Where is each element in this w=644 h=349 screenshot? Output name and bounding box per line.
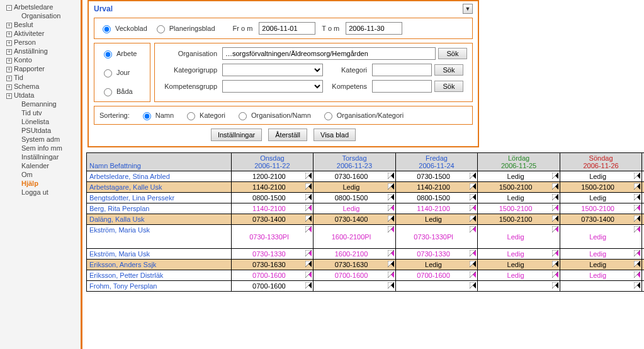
tom-input[interactable]	[346, 22, 402, 35]
sort-kategori[interactable]: Kategori	[184, 110, 225, 120]
show-button[interactable]: Visa blad	[314, 129, 356, 141]
sidebar-item-beslut[interactable]: +Beslut	[0, 20, 81, 29]
time-cell[interactable]: Ledig	[478, 260, 560, 270]
time-cell[interactable]: 1600-2100Pl	[314, 225, 396, 249]
time-cell[interactable]: 1500-2100	[478, 214, 560, 225]
settings-button[interactable]: Inställningar	[211, 129, 262, 141]
kompgrp-select[interactable]	[222, 80, 323, 93]
flag-icon[interactable]	[388, 226, 394, 232]
flag-icon[interactable]	[305, 194, 312, 200]
flag-icon[interactable]	[552, 205, 558, 211]
time-cell[interactable]: 1140-2100	[395, 203, 478, 214]
flag-icon[interactable]	[470, 183, 476, 190]
flag-icon[interactable]	[470, 282, 476, 289]
sidebar-item-tid-utv[interactable]: Tid utv	[0, 108, 81, 117]
time-cell[interactable]: 1600-2100	[314, 249, 396, 260]
radio-bada[interactable]: Båda	[101, 86, 144, 96]
time-cell[interactable]: 0730-1400	[231, 214, 314, 225]
time-cell[interactable]: 1140-2100	[395, 182, 478, 193]
time-cell[interactable]: 0700-1600	[395, 270, 478, 281]
time-cell[interactable]: 1200-2100	[231, 171, 314, 182]
flag-icon[interactable]	[634, 261, 640, 267]
name-cell[interactable]: Daläng, Kalla Usk	[87, 214, 232, 225]
flag-icon[interactable]	[305, 226, 312, 232]
name-cell[interactable]: Ekström, Maria Usk	[87, 225, 232, 249]
flag-icon[interactable]	[305, 282, 312, 289]
expander-icon[interactable]: +	[6, 93, 12, 99]
time-cell[interactable]: 0800-1500	[231, 193, 314, 203]
expander-icon[interactable]: +	[6, 23, 12, 28]
time-cell[interactable]: Ledig	[560, 260, 642, 270]
sidebar-item-inställningar[interactable]: Inställningar	[0, 152, 81, 161]
sidebar-item-rapporter[interactable]: +Rapporter	[0, 64, 81, 73]
flag-icon[interactable]	[305, 205, 312, 211]
flag-icon[interactable]	[634, 173, 640, 179]
flag-icon[interactable]	[552, 226, 558, 232]
sort-namn[interactable]: Namn	[140, 110, 174, 120]
flag-icon[interactable]	[305, 173, 312, 179]
katgrp-select[interactable]	[222, 64, 323, 76]
sidebar-item-organisation[interactable]: Organisation	[0, 11, 81, 20]
sidebar-item-sem-info-mm[interactable]: Sem info mm	[0, 144, 81, 152]
sort-orgkat[interactable]: Organisation/Kategori	[321, 110, 404, 120]
expander-icon[interactable]: +	[6, 58, 12, 64]
name-cell[interactable]: Arbetsledare, Stina Arbled	[87, 171, 232, 182]
expander-icon[interactable]: +	[6, 67, 12, 72]
flag-icon[interactable]	[634, 205, 640, 211]
flag-icon[interactable]	[552, 215, 558, 222]
flag-icon[interactable]	[552, 173, 558, 179]
time-cell[interactable]: 1500-2100	[478, 182, 560, 193]
flag-icon[interactable]	[388, 282, 394, 289]
time-cell[interactable]: Ledig	[560, 270, 642, 281]
name-cell[interactable]: Eriksson, Anders Ssjk	[87, 260, 232, 270]
sort-orgnamn[interactable]: Organisation/Namn	[235, 110, 311, 120]
time-cell[interactable]: Ledig	[478, 171, 560, 182]
time-cell[interactable]: Ledig	[314, 203, 396, 214]
name-cell[interactable]: Bengtsdotter, Lina Perssekr	[87, 193, 232, 203]
radio-planeringsblad[interactable]: Planeringsblad	[154, 23, 215, 33]
name-cell[interactable]: Frohm, Tony Persplan	[87, 281, 232, 292]
flag-icon[interactable]	[470, 261, 476, 267]
sidebar-item-tid[interactable]: +Tid	[0, 73, 81, 82]
collapse-button[interactable]: ▼	[463, 4, 473, 14]
flag-icon[interactable]	[634, 183, 640, 190]
time-cell[interactable]: 0730-1400	[314, 214, 396, 225]
flag-icon[interactable]	[552, 272, 558, 278]
expander-icon[interactable]: +	[6, 84, 12, 90]
flag-icon[interactable]	[388, 194, 394, 200]
flag-icon[interactable]	[305, 250, 312, 256]
flag-icon[interactable]	[634, 272, 640, 278]
flag-icon[interactable]	[388, 173, 394, 179]
flag-icon[interactable]	[470, 272, 476, 278]
flag-icon[interactable]	[634, 250, 640, 256]
flag-icon[interactable]	[305, 272, 312, 278]
sok-org-button[interactable]: Sök	[438, 48, 467, 59]
time-cell[interactable]: 0730-1330	[395, 249, 478, 260]
sidebar-item-psutdata[interactable]: PSUtdata	[0, 126, 81, 135]
expander-icon[interactable]: -	[6, 5, 12, 11]
flag-icon[interactable]	[634, 215, 640, 222]
time-cell[interactable]: Ledig	[478, 270, 560, 281]
name-cell[interactable]: Arbetstagare, Kalle Usk	[87, 182, 232, 193]
expander-icon[interactable]: +	[6, 40, 12, 46]
komp-input[interactable]	[372, 80, 432, 93]
radio-arbete[interactable]: Arbete	[101, 49, 144, 59]
flag-icon[interactable]	[388, 183, 394, 190]
time-cell[interactable]: 0730-1400	[560, 214, 642, 225]
flag-icon[interactable]	[634, 226, 640, 232]
time-cell[interactable]: Ledig	[560, 193, 642, 203]
org-input[interactable]	[222, 47, 436, 60]
flag-icon[interactable]	[388, 261, 394, 267]
sidebar-item-hjälp[interactable]: Hjälp	[0, 179, 81, 188]
time-cell[interactable]: Ledig	[478, 249, 560, 260]
sidebar-item-schema[interactable]: +Schema	[0, 82, 81, 91]
time-cell[interactable]: 0800-1500	[395, 193, 478, 203]
sidebar-item-anställning[interactable]: +Anställning	[0, 47, 81, 55]
kat-input[interactable]	[372, 64, 432, 76]
flag-icon[interactable]	[634, 194, 640, 200]
time-cell[interactable]: 0700-1600	[314, 270, 396, 281]
name-cell[interactable]: Eriksson, Petter Distrläk	[87, 270, 232, 281]
sidebar-item-utdata[interactable]: +Utdata	[0, 91, 81, 100]
time-cell[interactable]: 0700-1600	[231, 270, 314, 281]
time-cell[interactable]	[314, 281, 396, 292]
